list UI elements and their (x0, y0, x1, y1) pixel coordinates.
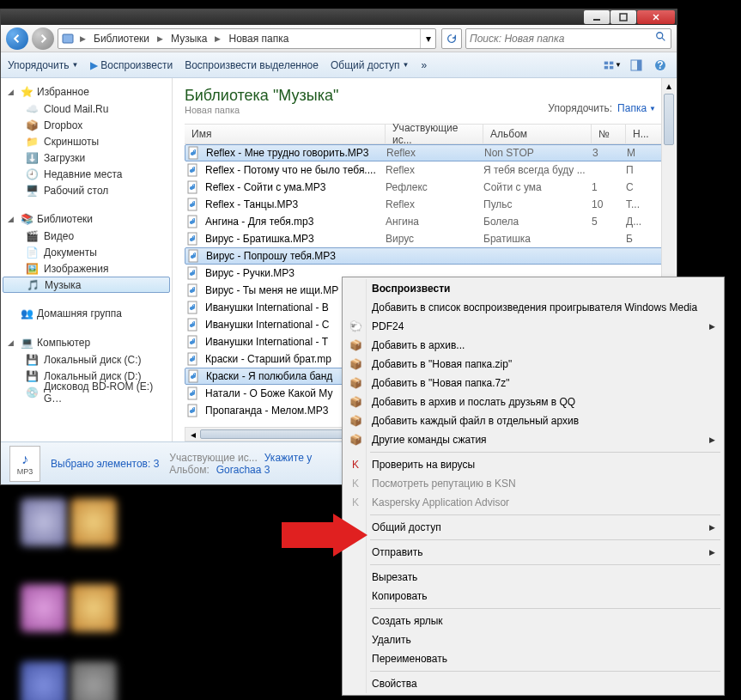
sidebar-item[interactable]: 💿Дисковод BD-ROM (E:) G… (1, 384, 172, 400)
ctx-share[interactable]: Общий доступ▶ (344, 518, 722, 537)
sidebar-item[interactable]: 📦Dropbox (1, 117, 172, 133)
forward-button[interactable] (32, 27, 54, 50)
ctx-add-7z[interactable]: 📦Добавить в "Новая папка.7z" (344, 374, 722, 393)
sidebar-item[interactable]: 💾Локальный диск (C:) (1, 351, 172, 368)
optical-icon: 💿 (25, 386, 39, 399)
scroll-thumb[interactable] (664, 94, 674, 145)
help-button[interactable]: ? (651, 56, 670, 75)
file-row[interactable]: Вирус - Братишка.MP3ВирусБратишкаБ (185, 230, 665, 247)
archive-icon: 📦 (348, 432, 363, 447)
minimize-button[interactable] (584, 10, 610, 24)
col-num[interactable]: № (592, 125, 626, 143)
status-album-link[interactable]: Gorachaa 3 (216, 464, 270, 476)
file-row[interactable]: Ангина - Для тебя.mp3АнгинаБолела5Д... (185, 213, 665, 230)
refresh-button[interactable] (441, 28, 462, 49)
sidebar-item[interactable]: 🎬Видео (1, 228, 172, 244)
sidebar-item[interactable]: 🖼️Изображения (1, 260, 172, 277)
ctx-add-each[interactable]: 📦Добавить каждый файл в отдельный архив (344, 411, 722, 430)
search-input[interactable] (470, 33, 655, 45)
back-button[interactable] (6, 27, 28, 50)
col-extra[interactable]: Н... (626, 125, 665, 143)
ctx-other-compress[interactable]: 📦Другие команды сжатия▶ (344, 430, 722, 449)
play-button[interactable]: ▶Воспроизвести (90, 59, 173, 71)
dropbox-icon: 📦 (25, 119, 39, 132)
preview-pane-button[interactable] (627, 56, 646, 75)
drive-icon: 💾 (25, 369, 39, 383)
context-menu: Воспроизвести Добавить в список воспроиз… (342, 277, 725, 696)
breadcrumb-libraries[interactable]: Библиотеки (88, 29, 155, 48)
breadcrumb-music[interactable]: Музыка (166, 29, 212, 48)
sidebar-item[interactable]: 📁Скриншоты (1, 133, 172, 149)
scroll-left-icon[interactable]: ◂ (185, 428, 200, 441)
music-file-icon (186, 318, 200, 332)
close-button[interactable] (637, 10, 675, 24)
ctx-shortcut[interactable]: Создать ярлык (344, 612, 722, 630)
col-artist[interactable]: Участвующие ис... (386, 125, 483, 143)
column-headers: Имя Участвующие ис... Альбом № Н... (185, 124, 665, 144)
homegroup-header[interactable]: 👥Домашняя группа (1, 305, 172, 322)
file-row[interactable]: Reflex - Потому что не было тебя....Refl… (185, 161, 665, 179)
submenu-arrow-icon: ▶ (709, 548, 715, 557)
chevron-right-icon[interactable]: ▶ (77, 34, 88, 43)
file-row[interactable]: Reflex - Сойти с ума.MP3РефлексСойти с у… (185, 179, 665, 196)
image-icon: 🖼️ (25, 262, 39, 276)
sidebar-item[interactable]: 🕘Недавние места (1, 166, 172, 182)
status-artist-link[interactable]: Укажите у (264, 452, 312, 464)
ctx-add-archive[interactable]: 📦Добавить в архив... (344, 336, 722, 355)
breadcrumb[interactable]: ▶ Библиотеки ▶ Музыка ▶ Новая папка ▾ (58, 28, 436, 49)
arrange-dropdown[interactable]: Папка▼ (617, 102, 656, 114)
svg-marker-28 (282, 514, 367, 557)
play-selection-button[interactable]: Воспроизвести выделенное (185, 59, 319, 71)
scroll-up-icon[interactable]: ▴ (662, 78, 676, 93)
search-icon[interactable] (655, 31, 667, 46)
folder-icon: 📁 (25, 135, 39, 149)
chevron-right-icon[interactable]: ▶ (155, 34, 166, 43)
maximize-button[interactable] (610, 10, 636, 24)
computer-header[interactable]: ◢💻Компьютер (1, 334, 172, 351)
search-box[interactable] (465, 28, 671, 49)
ctx-pdf24[interactable]: 🐑PDF24▶ (344, 317, 722, 336)
sidebar-item[interactable]: ☁️Cloud Mail.Ru (1, 100, 172, 117)
more-button[interactable]: » (421, 59, 427, 71)
sidebar-item[interactable]: 🎵Музыка (3, 277, 170, 293)
ctx-copy[interactable]: Копировать (344, 587, 722, 606)
ctx-play[interactable]: Воспроизвести (344, 279, 722, 298)
col-name[interactable]: Имя (185, 125, 386, 143)
ctx-cut[interactable]: Вырезать (344, 568, 722, 587)
col-album[interactable]: Альбом (483, 125, 592, 143)
desktop-icon-blur (70, 584, 117, 632)
libraries-header[interactable]: ◢📚Библиотеки (1, 210, 172, 228)
navbar: ▶ Библиотеки ▶ Музыка ▶ Новая папка ▾ (1, 25, 677, 52)
desktop-icon-blur (21, 584, 67, 632)
file-row[interactable]: Вирус - Попрошу тебя.MP3 (185, 247, 665, 265)
breadcrumb-dropdown[interactable]: ▾ (420, 29, 435, 48)
breadcrumb-folder[interactable]: Новая папка (223, 29, 294, 48)
ctx-add-zip[interactable]: 📦Добавить в "Новая папка.zip" (344, 355, 722, 374)
view-button[interactable]: ▼ (603, 56, 622, 75)
sidebar-item[interactable]: 📄Документы (1, 244, 172, 260)
favorites-header[interactable]: ◢⭐Избранное (1, 83, 172, 100)
ctx-send[interactable]: Отправить▶ (344, 543, 722, 562)
chevron-right-icon[interactable]: ▶ (212, 34, 223, 43)
file-row[interactable]: Reflex - Танцы.MP3ReflexПульс10Т... (185, 196, 665, 213)
ctx-scan-virus[interactable]: KПроверить на вирусы (344, 455, 722, 474)
svg-rect-7 (610, 65, 613, 69)
ctx-add-playlist[interactable]: Добавить в список воспроизведения проигр… (344, 298, 722, 317)
ctx-ksn[interactable]: KПосмотреть репутацию в KSN (344, 474, 722, 493)
music-file-icon (187, 369, 201, 383)
ctx-delete[interactable]: Удалить (344, 630, 722, 649)
sidebar-item[interactable]: 🖥️Рабочий стол (1, 182, 172, 198)
ctx-kaa[interactable]: KKaspersky Application Advisor (344, 493, 722, 512)
music-file-icon (186, 198, 200, 211)
share-button[interactable]: Общий доступ▼ (331, 59, 410, 71)
file-row[interactable]: Reflex - Мне трудно говорить.MP3ReflexNo… (185, 144, 665, 161)
svg-rect-1 (620, 14, 627, 21)
submenu-arrow-icon: ▶ (709, 523, 715, 532)
sidebar-item[interactable]: ⬇️Загрузки (1, 149, 172, 166)
ctx-properties[interactable]: Свойства (344, 674, 722, 693)
music-file-icon (186, 266, 200, 280)
organize-button[interactable]: Упорядочить▼ (8, 59, 78, 71)
ctx-add-qq[interactable]: 📦Добавить в архив и послать друзьям в QQ (344, 393, 722, 411)
svg-rect-0 (593, 19, 600, 21)
ctx-rename[interactable]: Переименовать (344, 649, 722, 668)
